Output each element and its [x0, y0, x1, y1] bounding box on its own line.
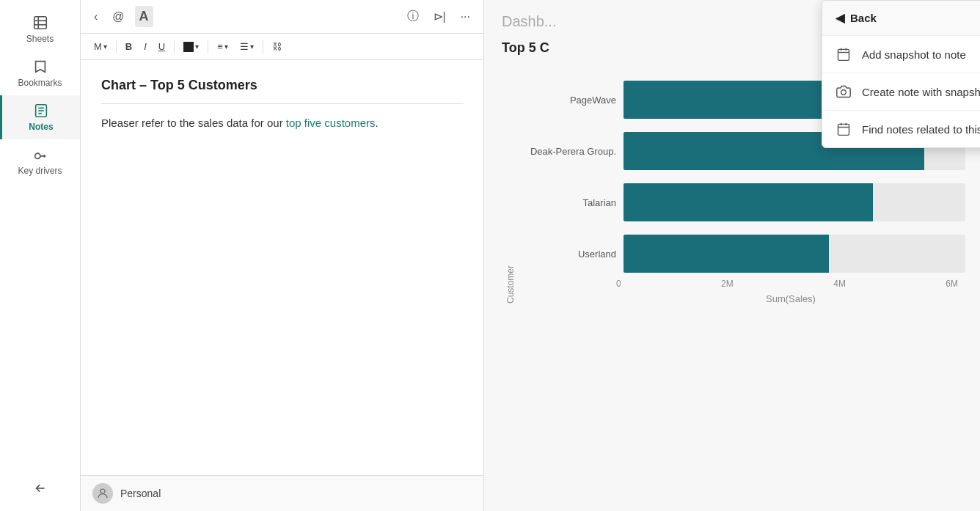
- align-icon: ≡: [217, 41, 223, 52]
- bar-bg-userland: [624, 235, 965, 273]
- font-style-button[interactable]: M ▾: [89, 38, 111, 55]
- svg-rect-16: [838, 124, 849, 135]
- editor-panel: ‹ @ A ⓘ ⊳| ··· M ▾ B I U: [81, 0, 484, 511]
- underline-icon: U: [158, 41, 165, 52]
- x-tick-2m: 2M: [721, 279, 734, 289]
- editor-content[interactable]: Chart – Top 5 Customers Pleaser refer to…: [81, 60, 483, 475]
- avatar: [92, 483, 113, 504]
- body-text-2: .: [376, 117, 379, 129]
- y-axis-title: Customer: [505, 265, 516, 304]
- bar-label-pagewave: PageWave: [528, 95, 616, 106]
- bookmarks-icon: [32, 59, 48, 75]
- sidebar-item-key-drivers-label: Key drivers: [18, 166, 62, 176]
- notes-icon: [33, 103, 49, 119]
- collapse-button[interactable]: [0, 473, 80, 504]
- calendar-icon-1: [835, 46, 852, 62]
- back-chevron-icon: ◀: [835, 11, 844, 25]
- dropdown-add-snapshot[interactable]: Add snapshot to note: [822, 36, 980, 73]
- camera-icon: [835, 84, 852, 100]
- info-button[interactable]: ⓘ: [403, 6, 423, 27]
- bar-bg-talarian: [624, 183, 965, 221]
- sidebar-item-key-drivers[interactable]: Key drivers: [0, 139, 80, 183]
- dropdown-find-notes[interactable]: Find notes related to this chart: [822, 111, 980, 147]
- svg-rect-11: [838, 49, 849, 60]
- dropdown-back-button[interactable]: ◀ Back: [822, 1, 980, 36]
- dropdown-create-note[interactable]: Create note with snapshot: [822, 73, 980, 111]
- sidebar-item-notes[interactable]: Notes: [0, 95, 80, 139]
- x-axis-labels: 0 2M 4M 6M: [528, 279, 965, 289]
- color-button[interactable]: ▾: [179, 39, 203, 55]
- sidebar-item-sheets-label: Sheets: [26, 34, 54, 44]
- underline-button[interactable]: U: [154, 38, 169, 55]
- list-chevron: ▾: [250, 43, 254, 51]
- bar-label-userland: Userland: [528, 249, 616, 260]
- sidebar-item-bookmarks-label: Bookmarks: [18, 78, 62, 88]
- back-button[interactable]: ‹: [89, 7, 102, 26]
- bar-label-talarian: Talarian: [528, 197, 616, 208]
- dropdown-menu: ◀ Back Add snapshot to note Crea: [822, 0, 980, 148]
- editor-title: Chart – Top 5 Customers: [101, 78, 463, 104]
- info-icon: ⓘ: [407, 9, 419, 24]
- x-tick-6m: 6M: [946, 279, 958, 289]
- find-notes-label: Find notes related to this chart: [862, 123, 980, 136]
- chart-panel: Dashb... Top 5 C Customer PageWave Deak-…: [484, 0, 980, 511]
- bar-fill-userland: [624, 235, 829, 273]
- editor-footer: Personal: [81, 475, 483, 511]
- toolbar-sep-1: [116, 40, 117, 54]
- sidebar-item-sheets[interactable]: Sheets: [0, 7, 80, 51]
- bold-icon: B: [125, 41, 132, 52]
- color-chevron: ▾: [195, 43, 199, 51]
- skip-button[interactable]: ⊳|: [429, 7, 450, 26]
- svg-point-8: [34, 153, 40, 158]
- svg-rect-0: [34, 17, 46, 29]
- at-mention-button[interactable]: @: [108, 7, 128, 26]
- font-style-label: M: [94, 41, 102, 52]
- collapse-icon: [32, 480, 48, 496]
- body-text-1: Pleaser refer to the sales data for our: [101, 117, 286, 129]
- italic-button[interactable]: I: [139, 38, 151, 55]
- font-button[interactable]: A: [135, 6, 153, 27]
- sidebar-item-bookmarks[interactable]: Bookmarks: [0, 51, 80, 95]
- x-tick-0: 0: [616, 279, 621, 289]
- body-text-highlight: top five customers: [286, 117, 376, 129]
- font-icon: A: [139, 9, 149, 24]
- at-icon: @: [112, 10, 124, 23]
- editor-body[interactable]: Pleaser refer to the sales data for our …: [101, 114, 463, 132]
- sidebar: Sheets Bookmarks Notes Key drivers: [0, 0, 81, 511]
- color-swatch: [183, 42, 194, 52]
- key-drivers-icon: [32, 147, 48, 163]
- x-axis-title: Sum(Sales): [528, 293, 965, 304]
- table-row: Talarian: [616, 183, 965, 221]
- italic-icon: I: [144, 41, 147, 52]
- link-icon: ⛓: [272, 41, 282, 52]
- more-button[interactable]: ···: [456, 7, 475, 26]
- editor-toolbar: M ▾ B I U ▾ ≡ ▾ ☰ ▾ ⛓: [81, 34, 483, 60]
- list-icon: ☰: [240, 41, 249, 52]
- footer-user-label: Personal: [120, 488, 161, 499]
- svg-point-10: [100, 489, 105, 493]
- sidebar-item-notes-label: Notes: [29, 122, 53, 132]
- align-button[interactable]: ≡ ▾: [213, 38, 233, 55]
- calendar-icon-2: [835, 121, 852, 137]
- x-tick-4m: 4M: [833, 279, 846, 289]
- bar-label-deak: Deak-Perera Group.: [528, 146, 616, 157]
- more-icon: ···: [461, 10, 470, 23]
- toolbar-sep-2: [174, 40, 175, 54]
- chart-title-text: Top 5 C: [502, 40, 549, 55]
- dropdown-back-label: Back: [850, 12, 877, 24]
- bar-fill-talarian: [624, 183, 873, 221]
- table-row: Userland: [616, 235, 965, 273]
- list-button[interactable]: ☰ ▾: [235, 38, 258, 55]
- bold-button[interactable]: B: [121, 38, 136, 55]
- skip-icon: ⊳|: [434, 10, 446, 23]
- create-note-label: Create note with snapshot: [862, 86, 980, 98]
- align-chevron: ▾: [224, 43, 228, 51]
- link-button[interactable]: ⛓: [268, 38, 286, 55]
- toolbar-sep-3: [208, 40, 208, 54]
- back-icon: ‹: [94, 10, 98, 23]
- toolbar-sep-4: [263, 40, 263, 54]
- sheets-icon: [32, 15, 48, 31]
- editor-topbar: ‹ @ A ⓘ ⊳| ···: [81, 0, 483, 34]
- font-style-chevron: ▾: [103, 43, 107, 51]
- add-snapshot-label: Add snapshot to note: [862, 48, 966, 61]
